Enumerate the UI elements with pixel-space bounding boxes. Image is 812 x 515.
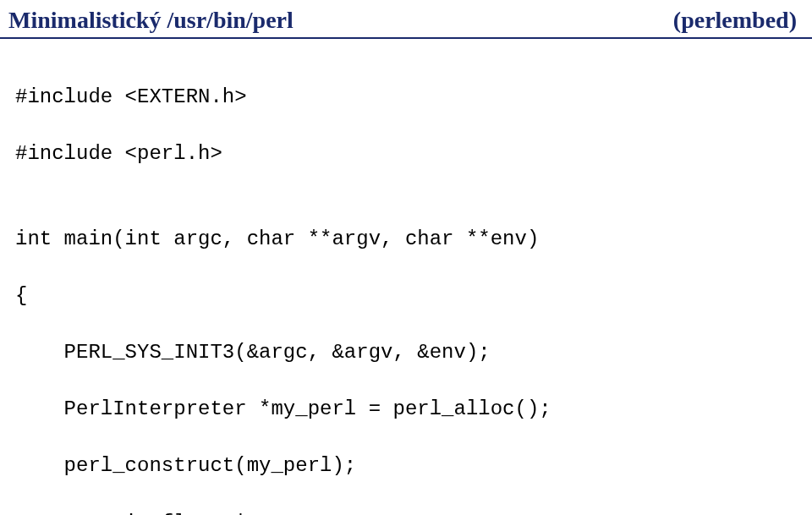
code-line: int main(int argc, char **argv, char **e…	[15, 225, 797, 254]
code-line: PL_exit_flags |= PERL_EXIT_DESTRUCT_END;	[15, 509, 797, 516]
code-line: perl_construct(my_perl);	[15, 452, 797, 480]
slide-title: Minimalistický /usr/bin/perl	[8, 7, 294, 34]
slide-subtitle: (perlembed)	[673, 7, 797, 34]
code-line: #include <perl.h>	[15, 140, 797, 168]
code-block: #include <EXTERN.h> #include <perl.h> in…	[0, 39, 812, 515]
code-line: PERL_SYS_INIT3(&argc, &argv, &env);	[15, 338, 797, 367]
code-line: #include <EXTERN.h>	[15, 83, 797, 112]
code-line: {	[15, 282, 797, 310]
slide-header: Minimalistický /usr/bin/perl (perlembed)	[0, 0, 812, 39]
code-line: PerlInterpreter *my_perl = perl_alloc();	[15, 395, 797, 424]
